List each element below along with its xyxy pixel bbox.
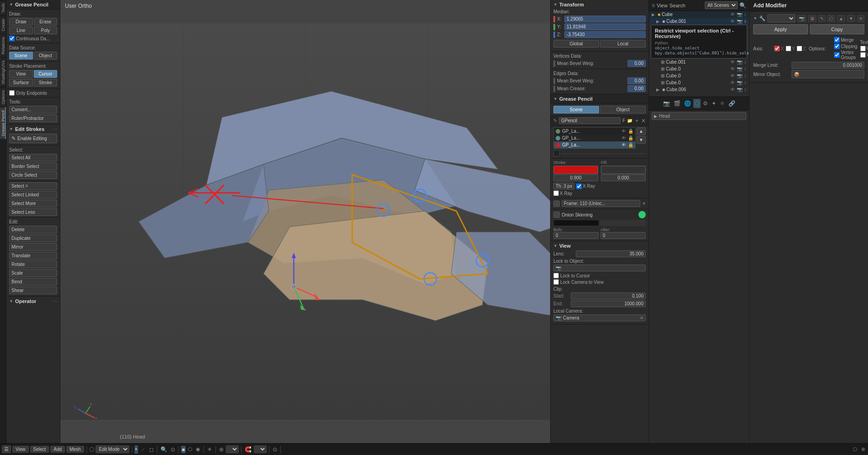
border-select-btn[interactable]: Border Select [9, 162, 57, 170]
local-btn[interactable]: Local [600, 40, 646, 48]
viewport[interactable]: User Ortho [60, 0, 550, 443]
select-btn-bottom[interactable]: Select [30, 446, 49, 453]
gp-remove-icon[interactable]: ✕ [641, 118, 646, 124]
cube0a-render[interactable]: 📷 [737, 66, 742, 71]
mirror-btn[interactable]: Mirror [9, 243, 57, 251]
cube001d-sel[interactable]: ↕ [744, 60, 746, 65]
layer1-lock-icon[interactable]: 🔒 [628, 135, 633, 141]
left-tab-grease-pencil[interactable]: Grease Pencil [0, 107, 6, 139]
proportional-icon[interactable]: ⊙ [170, 445, 176, 454]
left-tab-tools[interactable]: Tools [0, 0, 6, 16]
view-menu[interactable]: View [657, 3, 668, 8]
layer-up-btn[interactable]: ▲ [637, 127, 646, 135]
vertex-select-icon[interactable]: • [134, 445, 138, 454]
ruler-btn[interactable]: Ruler/Protractor [9, 114, 57, 122]
snap-magnet-icon[interactable]: 🔍 [160, 445, 168, 454]
apply-btn[interactable]: Apply [753, 24, 808, 34]
stroke-swatch[interactable] [553, 166, 598, 174]
mesh-btn-bottom[interactable]: Mesh [66, 446, 84, 453]
layer-down-btn[interactable]: ▼ [637, 136, 646, 144]
left-tab-relations[interactable]: Relations [0, 34, 6, 57]
circle-select-btn[interactable]: Circle Select [9, 171, 57, 179]
scene-btn[interactable]: Scene [9, 52, 33, 60]
cube0c-render[interactable]: 📷 [737, 80, 742, 85]
cube001-vis[interactable]: 👁 [730, 19, 735, 24]
outliner-item-cube001-data[interactable]: ⊞ Cube.001 👁 📷 ↕ [649, 59, 749, 65]
surface-btn[interactable]: Surface [9, 79, 33, 87]
ebevel-value[interactable]: 0.00 [627, 77, 646, 84]
cube006-vis[interactable]: 👁 [730, 87, 735, 92]
cube-render[interactable]: 📷 [737, 12, 742, 17]
fill-swatch[interactable] [601, 166, 646, 174]
gizmo-icon[interactable]: ⊕ [860, 445, 866, 453]
left-tab-shading-uvs[interactable]: Shading/UVs [0, 57, 6, 87]
prop-edit-icon[interactable]: ⊙ [272, 445, 278, 454]
cube001d-render[interactable]: 📷 [737, 60, 742, 65]
layer2-lock-icon[interactable]: 🔒 [628, 142, 633, 147]
select-more-btn[interactable]: Select More [9, 200, 57, 207]
select-less-btn[interactable]: Select Less [9, 208, 57, 216]
clipping-checkbox[interactable] [834, 43, 840, 49]
fill-value[interactable]: 0.000 [601, 174, 646, 181]
draw-btn[interactable]: Draw [9, 18, 33, 26]
axis-z-checkbox[interactable] [797, 46, 802, 51]
edit-mode-select[interactable]: Edit Mode [96, 445, 129, 453]
cube001-select-restrict[interactable]: ↕ [744, 19, 746, 24]
gp-data-name[interactable]: GPencil [559, 117, 621, 124]
cube001d-vis[interactable]: 👁 [730, 60, 735, 65]
gp-layer-1[interactable]: GP_La... 👁 🔒 [554, 135, 635, 141]
lock-obj-value[interactable]: 📷 [553, 265, 646, 271]
add-btn-bottom[interactable]: Add [50, 446, 65, 453]
left-tab-options[interactable]: Options [0, 87, 6, 107]
cube001-render[interactable]: 📷 [737, 19, 742, 24]
gp-scene-tab[interactable]: Scene [553, 106, 599, 114]
prop-tab-scene[interactable]: 🎬 [672, 99, 682, 108]
vertex-groups-checkbox[interactable] [834, 52, 840, 58]
axis-x-checkbox[interactable] [774, 46, 780, 51]
layer0-lock-icon[interactable]: 🔒 [628, 129, 633, 134]
left-tab-create[interactable]: Create [0, 16, 6, 34]
mod-icon-up[interactable]: ▲ [837, 15, 845, 22]
outliner-item-cube0c[interactable]: ⊞ Cube.0 👁 📷 ↕ [649, 79, 749, 86]
render-rendered-icon[interactable]: ◉ [195, 445, 201, 453]
mod-icon-edit[interactable]: ✎ [818, 15, 825, 22]
gp-layer-0[interactable]: GP_La... 👁 🔒 [554, 128, 635, 135]
onion-after-val[interactable]: 0 [600, 232, 646, 239]
scale-btn[interactable]: Scale [9, 269, 57, 277]
clip-start-val[interactable]: 0.100 [571, 292, 646, 299]
poly-btn[interactable]: Poly [34, 27, 58, 34]
prop-tab-object[interactable]: ⬡ [693, 99, 701, 108]
search-icon[interactable]: 🔍 [739, 2, 746, 9]
scene-select[interactable]: All Scenes [705, 1, 738, 9]
snap-select[interactable]: Closest [254, 445, 267, 453]
tex-v-checkbox[interactable] [860, 52, 866, 58]
cube0b-sel[interactable]: ↕ [744, 73, 746, 78]
light-icon[interactable]: ☀ [206, 445, 213, 454]
stroke-btn[interactable]: Stroke [34, 79, 58, 87]
lock-cursor-checkbox[interactable] [553, 273, 559, 278]
bottom-menu-btn[interactable]: ☰ [2, 445, 11, 453]
prop-tab-particles[interactable]: ✦ [710, 99, 718, 108]
cursor-btn[interactable]: Cursor [34, 70, 58, 78]
view-btn-bottom[interactable]: View [12, 446, 29, 453]
cube0b-vis[interactable]: 👁 [730, 73, 735, 78]
vbevel-value[interactable]: 0.00 [627, 60, 646, 67]
clip-end-val[interactable]: 1000.000 [571, 300, 646, 307]
xray-checkbox[interactable] [576, 184, 582, 189]
continuous-checkbox[interactable] [9, 36, 15, 41]
merge-checkbox[interactable] [834, 37, 840, 43]
lock-camera-checkbox[interactable] [553, 279, 559, 285]
pivot-icon[interactable]: ⊕ [218, 445, 225, 454]
prop-tab-constraints[interactable]: 🔗 [727, 99, 737, 108]
outliner-item-cube001[interactable]: ▶ ■ Cube.001 👁 📷 ↕ [649, 18, 749, 25]
cube-select-restrict[interactable]: ↕ [744, 12, 746, 17]
line-btn[interactable]: Line [9, 27, 33, 34]
cube0a-vis[interactable]: 👁 [730, 66, 735, 71]
camera-name-val[interactable]: 📷 Camera ✕ [553, 314, 646, 321]
stroke-value[interactable]: 0.900 [553, 174, 598, 181]
z-value[interactable]: -3.75430 [564, 31, 646, 38]
prop-tab-render[interactable]: 📷 [662, 99, 671, 108]
prop-tab-physics[interactable]: ⚛ [718, 99, 726, 108]
mod-icon-camera[interactable]: 📷 [797, 15, 806, 22]
thickness-value[interactable]: Th: 3 px [553, 183, 574, 190]
